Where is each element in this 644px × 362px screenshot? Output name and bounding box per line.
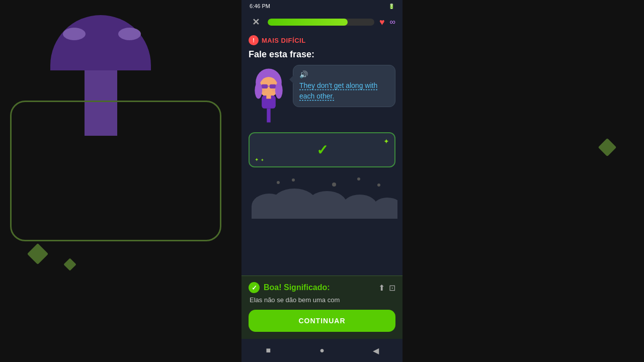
- sparkle-top-right: ✦: [383, 137, 389, 145]
- svg-rect-8: [266, 95, 271, 99]
- checkmark-icon: ✓: [316, 142, 328, 158]
- progress-bar-container: [268, 19, 374, 26]
- bg-diamond-right: [601, 141, 614, 154]
- svg-rect-2: [261, 84, 268, 88]
- nav-home-button[interactable]: ●: [316, 344, 328, 356]
- close-button[interactable]: ✕: [249, 15, 263, 29]
- dot-1: [277, 181, 280, 184]
- svg-point-11: [275, 82, 283, 99]
- mushroom-spot-2: [118, 28, 141, 40]
- bg-diamond-left2: [65, 260, 74, 269]
- continue-button[interactable]: CONTINUAR: [249, 310, 395, 332]
- phone-container: 6:46 PM 🔋 ✕ ♥ ∞ ! MAIS DIFÍCIL Fale esta…: [242, 0, 403, 362]
- bg-diamond-left: [30, 246, 45, 261]
- input-area[interactable]: ✦ ✓ ✦ ✦: [249, 132, 395, 167]
- share-icon[interactable]: ⬆: [378, 283, 385, 293]
- nav-back-button[interactable]: ◀: [370, 344, 382, 356]
- dot-3: [332, 183, 336, 187]
- heart-icon: ♥: [379, 17, 385, 28]
- success-meaning: Elas não se dão bem uma com: [249, 296, 395, 304]
- difficulty-label: MAIS DIFÍCIL: [262, 37, 306, 44]
- success-action-icons: ⬆ ⊡: [378, 283, 395, 293]
- progress-bar-fill: [268, 19, 348, 26]
- svg-rect-9: [267, 109, 270, 123]
- status-bar: 6:46 PM 🔋: [242, 0, 403, 12]
- speech-text: They don't get along with each other.: [299, 80, 389, 102]
- character-area: 🔊 They don't get along with each other.: [242, 65, 403, 127]
- sparkle-bottom-left: ✦: [255, 157, 259, 162]
- success-header: ✓ Boa! Significado: ⬆ ⊡: [249, 282, 395, 293]
- success-title: Boa! Significado:: [264, 283, 374, 292]
- dot-2: [292, 178, 295, 182]
- dot-4: [357, 177, 360, 180]
- svg-point-10: [255, 82, 262, 99]
- nav-square-button[interactable]: ■: [262, 344, 274, 356]
- bg-right-panel: [408, 0, 644, 362]
- bottom-nav: ■ ● ◀: [242, 339, 403, 362]
- bg-left-panel: [0, 0, 236, 362]
- svg-rect-3: [270, 84, 276, 88]
- character-figure: [249, 65, 289, 127]
- status-time: 6:46 PM: [250, 3, 270, 9]
- bookmark-icon[interactable]: ⊡: [389, 283, 395, 293]
- success-panel: ✓ Boa! Significado: ⬆ ⊡ Elas não se dão …: [242, 276, 403, 339]
- speech-header: 🔊: [299, 70, 389, 78]
- speaker-icon[interactable]: 🔊: [299, 70, 308, 78]
- character-svg: [249, 65, 289, 125]
- difficulty-icon: !: [249, 35, 259, 45]
- success-check-icon: ✓: [249, 282, 260, 293]
- dot-5: [377, 184, 380, 187]
- battery-icon: 🔋: [388, 4, 394, 9]
- instruction-text: Fale esta frase:: [242, 47, 403, 65]
- bg-mushroom-cap: [50, 15, 151, 70]
- speech-bubble: 🔊 They don't get along with each other.: [293, 65, 395, 107]
- infinity-icon: ∞: [390, 18, 395, 27]
- mushroom-spot-1: [63, 28, 86, 40]
- difficulty-badge: ! MAIS DIFÍCIL: [242, 32, 403, 47]
- bg-rounded-rect: [10, 101, 221, 241]
- cloud-3: [307, 191, 347, 219]
- cloud-5: [372, 198, 397, 219]
- sparkle-bottom-left2: ✦: [261, 158, 264, 162]
- status-icons: 🔋: [388, 4, 394, 9]
- clouds-area: [247, 173, 397, 219]
- top-nav: ✕ ♥ ∞: [242, 12, 403, 32]
